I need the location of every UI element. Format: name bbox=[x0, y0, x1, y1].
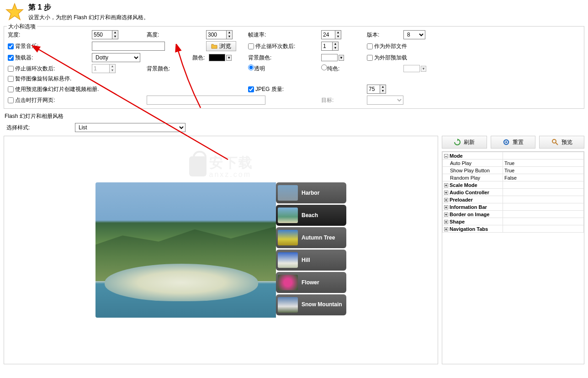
tree-cat-navtabs[interactable]: +Navigation Tabs bbox=[443, 225, 584, 233]
expand-icon[interactable]: + bbox=[444, 227, 448, 231]
thumb-item-harbor[interactable]: Harbor bbox=[276, 182, 346, 203]
stoploop-input[interactable]: ▲▼ bbox=[92, 64, 116, 73]
expand-icon[interactable]: + bbox=[444, 191, 448, 195]
svg-point-3 bbox=[552, 139, 556, 143]
expand-icon[interactable]: + bbox=[444, 183, 448, 187]
use-preview-checkbox[interactable]: 使用预览图像幻灯片创建视频相册. bbox=[8, 85, 99, 93]
stoploop-after-input[interactable]: ▲▼ bbox=[321, 42, 339, 51]
browse-button[interactable]: 浏览 bbox=[206, 41, 236, 51]
watermark-icon: 安下载anxz.com bbox=[189, 154, 253, 179]
chevron-down-icon: ▼ bbox=[226, 55, 232, 61]
version-select[interactable]: 8 bbox=[403, 30, 425, 39]
tree-cat-infobar[interactable]: +Information Bar bbox=[443, 203, 584, 211]
external-preload-checkbox[interactable]: 为外部预加载 bbox=[367, 54, 407, 62]
target-label: 目标: bbox=[321, 96, 334, 104]
thumb-item-snow[interactable]: Snow Mountain bbox=[276, 294, 346, 315]
style-select[interactable]: List bbox=[75, 123, 185, 132]
thumb-item-hill[interactable]: Hill bbox=[276, 250, 346, 271]
preview-button[interactable]: 预览 bbox=[539, 136, 584, 149]
expand-icon[interactable]: + bbox=[444, 205, 448, 209]
framerate-input[interactable]: ▲▼ bbox=[321, 30, 341, 39]
tree-cat-border[interactable]: +Border on Image bbox=[443, 211, 584, 218]
stoploop-checkbox[interactable]: 停止循环次数后: bbox=[8, 65, 55, 73]
bgcolor2-label: 背景颜色: bbox=[147, 65, 170, 73]
thumbnail-list: Harbor Beach Autumn Tree Hill Flower Sno… bbox=[276, 182, 346, 318]
expand-icon[interactable]: + bbox=[444, 213, 448, 217]
version-label: 版本: bbox=[367, 31, 379, 39]
gear-icon bbox=[503, 138, 510, 146]
step-desc: 设置大小，为您的 Flash 幻灯片和画廊选择风格。 bbox=[28, 14, 149, 21]
properties-tree[interactable]: −Mode Auto PlayTrue Show Play ButtonTrue… bbox=[442, 151, 584, 364]
target-select[interactable] bbox=[367, 96, 403, 105]
tree-cat-preloader[interactable]: +Preloader bbox=[443, 196, 584, 203]
pause-on-hover-checkbox[interactable]: 暂停图像旋转鼠标悬停. bbox=[8, 75, 71, 83]
external-file-checkbox[interactable]: 作为外部文件 bbox=[367, 43, 407, 50]
svg-line-4 bbox=[556, 143, 558, 145]
fieldset-title: 大小和选项 bbox=[7, 23, 37, 31]
main-preview-image bbox=[95, 182, 276, 318]
tree-item-showplaybtn[interactable]: Show Play ButtonTrue bbox=[443, 167, 584, 174]
tree-cat-scale[interactable]: +Scale Mode bbox=[443, 181, 584, 189]
solid-color-swatch[interactable]: ▼ bbox=[403, 65, 426, 72]
step-title: 第 1 步 bbox=[28, 3, 149, 12]
style-label: 选择样式: bbox=[6, 124, 75, 132]
bgcolor-swatch[interactable]: ▼ bbox=[321, 54, 344, 61]
height-input[interactable]: ▲▼ bbox=[206, 30, 233, 39]
preloader-select[interactable]: Dotty bbox=[92, 53, 140, 62]
color-label: 颜色: bbox=[192, 54, 205, 62]
magnifier-icon bbox=[551, 138, 559, 146]
thumb-item-beach[interactable]: Beach bbox=[276, 205, 346, 226]
framerate-label: 帧速率: bbox=[248, 31, 266, 39]
star-icon bbox=[5, 3, 24, 21]
width-input[interactable]: ▲▼ bbox=[92, 30, 118, 39]
jpeg-quality-input[interactable]: ▲▼ bbox=[367, 85, 386, 94]
expand-icon[interactable]: + bbox=[444, 220, 448, 224]
tree-cat-audio[interactable]: +Audio Controller bbox=[443, 189, 584, 196]
width-label: 宽度: bbox=[8, 31, 26, 39]
thumb-item-autumn[interactable]: Autumn Tree bbox=[276, 227, 346, 248]
svg-point-2 bbox=[505, 141, 507, 143]
solid-radio[interactable]: 纯色: bbox=[321, 64, 339, 73]
preloader-checkbox[interactable]: 预载器: bbox=[8, 54, 33, 62]
collapse-icon[interactable]: − bbox=[444, 154, 448, 158]
tree-cat-shape[interactable]: +Shape bbox=[443, 218, 584, 225]
transparent-radio[interactable]: 透明 bbox=[248, 64, 265, 73]
thumb-item-flower[interactable]: Flower bbox=[276, 272, 346, 293]
chevron-down-icon: ▼ bbox=[339, 55, 344, 61]
tree-cat-mode[interactable]: −Mode bbox=[443, 152, 584, 160]
bgmusic-checkbox[interactable]: 背景音乐: bbox=[8, 43, 38, 50]
expand-icon[interactable]: + bbox=[444, 198, 448, 202]
height-label: 高度: bbox=[147, 31, 159, 39]
stoploop-after-checkbox[interactable]: 停止循环次数后: bbox=[248, 43, 295, 50]
refresh-button[interactable]: 刷新 bbox=[442, 136, 487, 149]
preview-panel: 安下载anxz.com Harbor Beach Autumn Tree Hil… bbox=[4, 136, 438, 364]
refresh-icon bbox=[454, 138, 461, 146]
bgcolor-label: 背景颜色: bbox=[248, 54, 271, 62]
open-url-input[interactable] bbox=[147, 96, 265, 105]
slideshow-preview: Harbor Beach Autumn Tree Hill Flower Sno… bbox=[95, 182, 346, 318]
bgmusic-input[interactable] bbox=[92, 42, 165, 51]
chevron-down-icon: ▼ bbox=[421, 66, 426, 72]
jpeg-quality-checkbox[interactable]: JPEG 质量: bbox=[248, 85, 284, 93]
style-section-title: Flash 幻灯片和相册风格 bbox=[5, 112, 583, 120]
reset-button[interactable]: 重置 bbox=[491, 136, 536, 149]
tree-item-autoplay[interactable]: Auto PlayTrue bbox=[443, 160, 584, 167]
folder-icon bbox=[211, 43, 217, 49]
size-options-fieldset: 大小和选项 宽度: ▲▼ 高度: ▲▼ 帧速率: ▲▼ 版本: 8 背景音乐: … bbox=[4, 26, 584, 109]
wizard-header: 第 1 步 设置大小，为您的 Flash 幻灯片和画廊选择风格。 bbox=[0, 0, 588, 24]
open-url-checkbox[interactable]: 点击时打开网页: bbox=[8, 96, 55, 104]
preloader-color-swatch[interactable]: ▼ bbox=[209, 54, 232, 61]
tree-item-randomplay[interactable]: Random PlayFalse bbox=[443, 174, 584, 181]
